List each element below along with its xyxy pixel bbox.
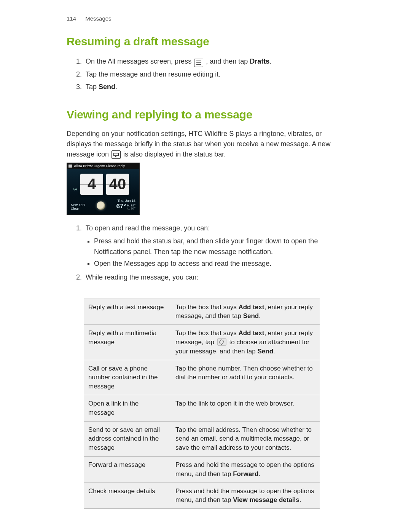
weather-city: New York Clear	[71, 203, 85, 211]
heading-resuming-draft: Resuming a draft message	[67, 35, 344, 48]
action-label: Reply with a text message	[84, 299, 171, 325]
action-desc: Tap the box that says Add text, enter yo…	[171, 299, 320, 325]
table-row: Call or save a phone number contained in…	[84, 360, 320, 395]
table-row: Reply with a text message Tap the box th…	[84, 299, 320, 325]
action-desc: Press and hold the message to open the o…	[171, 457, 320, 483]
new-message-icon	[112, 150, 121, 159]
step-while-reading: While reading the message, you can:	[84, 272, 344, 283]
attachment-icon	[217, 338, 226, 346]
weather-row: New York Clear Thu, Jun 16 67° H: 82° L:…	[67, 195, 139, 213]
bullet-notifications: Press and hold the status bar, and then …	[94, 236, 344, 257]
clock-widget: AM 4 40	[67, 169, 139, 195]
step-1: On the All messages screen, press , and …	[84, 56, 344, 67]
action-desc: Tap the box that says Add text, enter yo…	[171, 325, 320, 360]
steps-viewing: To open and read the message, you can: P…	[67, 222, 344, 283]
step-3: Tap Send.	[84, 81, 344, 93]
ampm-label: AM	[73, 188, 77, 191]
action-desc: Tap the phone number. Then choose whethe…	[171, 360, 320, 395]
action-desc: Tap the link to open it in the web brows…	[171, 395, 320, 422]
step-2: Tap the message and then resume editing …	[84, 69, 344, 80]
action-label: Forward a message	[84, 457, 171, 483]
action-desc: Tap the email address. Then choose wheth…	[171, 421, 320, 456]
menu-icon	[194, 59, 203, 67]
page-section: Messages	[85, 15, 111, 22]
action-label: Send to or save an email address contain…	[84, 421, 171, 456]
action-label: Check message details	[84, 482, 171, 509]
phone-screenshot: Alisa Pritts: Urgent! Please reply... AM…	[67, 163, 140, 215]
table-row: Check message details Press and hold the…	[84, 482, 320, 509]
status-msg-icon	[68, 165, 72, 168]
action-label: Open a link in the message	[84, 395, 171, 422]
clock-hour: 4	[80, 174, 103, 195]
actions-table: Reply with a text message Tap the box th…	[84, 299, 320, 509]
phone-status-bar: Alisa Pritts: Urgent! Please reply...	[67, 163, 139, 169]
table-row: Open a link in the message Tap the link …	[84, 395, 320, 422]
bullet-messages-app: Open the Messages app to access and read…	[94, 259, 344, 269]
page-number: 114	[67, 15, 76, 22]
action-desc: Press and hold the message to open the o…	[171, 482, 320, 509]
table-row: Reply with a multimedia message Tap the …	[84, 325, 320, 360]
intro-paragraph: Depending on your notification settings,…	[67, 129, 344, 160]
heading-viewing-replying: Viewing and replying to a message	[67, 108, 344, 121]
action-label: Reply with a multimedia message	[84, 325, 171, 360]
open-read-bullets: Press and hold the status bar, and then …	[86, 236, 344, 269]
clock-minute: 40	[106, 174, 129, 195]
action-label: Call or save a phone number contained in…	[84, 360, 171, 395]
step-open-read: To open and read the message, you can: P…	[84, 222, 344, 269]
document-page: 114 Messages Resuming a draft message On…	[0, 0, 411, 532]
weather-temp: Thu, Jun 16 67° H: 82° L: 65°	[116, 199, 135, 211]
table-row: Send to or save an email address contain…	[84, 421, 320, 456]
moon-icon	[97, 201, 105, 210]
page-header: 114 Messages	[67, 15, 344, 22]
table-row: Forward a message Press and hold the mes…	[84, 457, 320, 483]
steps-resuming-draft: On the All messages screen, press , and …	[67, 56, 344, 93]
